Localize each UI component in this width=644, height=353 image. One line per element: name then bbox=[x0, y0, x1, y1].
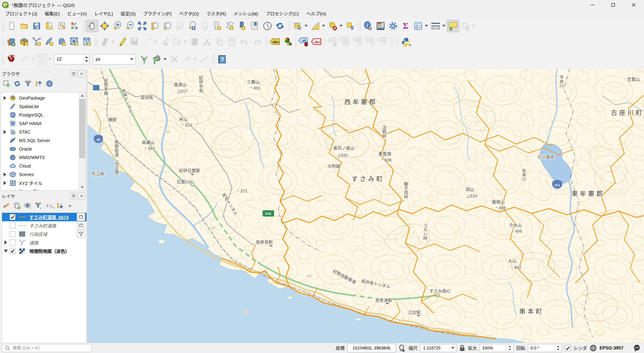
pan-to-selection-button[interactable] bbox=[98, 20, 111, 32]
save-project-button[interactable] bbox=[30, 20, 43, 32]
layer-row-gsi-pale-map[interactable]: 地理院地図（淡色） bbox=[2, 247, 86, 255]
toolbar-grip[interactable] bbox=[1, 36, 4, 48]
new-print-layout-button[interactable] bbox=[43, 20, 56, 32]
browser-item-stac[interactable]: STAC bbox=[1, 128, 86, 136]
close-button[interactable] bbox=[624, 0, 644, 10]
zoom-native-button[interactable]: 1:1 bbox=[174, 20, 186, 32]
render-checkbox[interactable] bbox=[564, 345, 571, 351]
messages-icon[interactable] bbox=[633, 344, 641, 352]
browser-properties-button[interactable]: i bbox=[45, 79, 54, 88]
help-button[interactable]: ? bbox=[216, 53, 228, 66]
maximize-button[interactable] bbox=[603, 0, 624, 10]
menu-help[interactable]: ヘルプ(H) bbox=[302, 10, 330, 18]
pin-unpin-labels-button[interactable]: ab bbox=[326, 36, 339, 48]
browser-item-cloud[interactable]: Cloud bbox=[1, 162, 86, 170]
toolbar-grip[interactable] bbox=[1, 20, 4, 32]
current-edits-dropdown[interactable] bbox=[111, 41, 114, 43]
browser-add-layers-button[interactable] bbox=[2, 79, 11, 88]
browser-scrollbar[interactable] bbox=[79, 92, 86, 190]
add-group-button[interactable] bbox=[12, 201, 22, 210]
move-label-button[interactable]: abc bbox=[352, 36, 364, 48]
scroll-down-button[interactable] bbox=[79, 184, 86, 190]
toolbar-grip[interactable] bbox=[94, 36, 98, 48]
current-edits-button[interactable] bbox=[98, 36, 111, 48]
measure-dropdown[interactable] bbox=[442, 25, 446, 27]
snapping-tolerance-arrows[interactable] bbox=[84, 54, 89, 64]
browser-item-scenes[interactable]: Scenes bbox=[1, 170, 86, 179]
magnifier-arrows[interactable] bbox=[506, 344, 513, 352]
change-label-button[interactable]: abc bbox=[376, 36, 389, 48]
pan-map-button[interactable] bbox=[86, 20, 98, 32]
snapping-type-button[interactable] bbox=[18, 53, 30, 66]
new-mesh-layer-button[interactable] bbox=[68, 36, 80, 48]
toolbar-grip[interactable] bbox=[82, 20, 85, 32]
temporal-controller-button[interactable] bbox=[261, 20, 274, 32]
memory-layer-indicator-icon[interactable] bbox=[77, 213, 85, 221]
toggle-editing-button[interactable] bbox=[116, 36, 128, 48]
statistical-summary-button[interactable]: Σ bbox=[399, 20, 412, 32]
snapping-type-dropdown[interactable] bbox=[31, 58, 34, 60]
digitize-with-segment-button[interactable] bbox=[141, 36, 154, 48]
layer-checkbox[interactable] bbox=[10, 240, 16, 245]
deselect-all-dropdown[interactable] bbox=[340, 25, 342, 27]
style-manager-button[interactable]: a bbox=[68, 20, 80, 32]
menu-processing[interactable]: プロセシング(C) bbox=[262, 10, 302, 18]
layer-checkbox[interactable] bbox=[10, 248, 16, 254]
run-feature-action-dropdown[interactable] bbox=[472, 25, 476, 27]
filter-by-expression-button[interactable]: ε bbox=[45, 201, 54, 210]
layer-row-susami-roads[interactable]: すさみ町道路 bbox=[2, 221, 86, 230]
scale-combo[interactable]: 1:118725 bbox=[420, 344, 456, 352]
layer-styling-button[interactable] bbox=[2, 201, 11, 210]
modify-attributes-button[interactable] bbox=[171, 36, 183, 48]
layer-row-susami-roads-6674[interactable]: すさみ町道路_6674 bbox=[2, 213, 86, 221]
menu-vector[interactable]: ベクタ(O) bbox=[175, 10, 202, 18]
crs-value[interactable]: EPSG:3857 bbox=[600, 345, 624, 350]
redo-button[interactable] bbox=[251, 36, 264, 48]
self-snapping-button[interactable] bbox=[180, 53, 193, 66]
open-project-button[interactable] bbox=[18, 20, 30, 32]
menu-layer[interactable]: レイヤ(L) bbox=[90, 10, 117, 18]
layer-checkbox[interactable] bbox=[10, 214, 16, 220]
snapping-on-intersection-button[interactable] bbox=[150, 53, 163, 66]
browser-item-oracle[interactable]: Oracle bbox=[1, 145, 86, 153]
extents-toggle-icon[interactable] bbox=[398, 344, 406, 352]
data-source-manager-button[interactable] bbox=[5, 36, 18, 48]
self-snapping-dropdown[interactable] bbox=[194, 58, 196, 60]
snapping-settings-button[interactable] bbox=[35, 53, 48, 66]
layer-checkbox[interactable] bbox=[10, 231, 16, 237]
lock-scale-icon[interactable] bbox=[459, 344, 465, 352]
layer-labeling-button[interactable]: abc bbox=[269, 36, 281, 48]
save-layer-edits-button[interactable] bbox=[128, 36, 141, 48]
new-project-button[interactable] bbox=[5, 20, 18, 32]
toolbar-grip[interactable] bbox=[1, 54, 4, 65]
deselect-all-button[interactable] bbox=[326, 20, 339, 32]
enable-tracing-button[interactable] bbox=[198, 53, 210, 66]
collapse-all-layers-button[interactable] bbox=[56, 201, 65, 210]
layers-close-button[interactable] bbox=[78, 193, 85, 199]
toolbar-grip[interactable] bbox=[395, 36, 399, 48]
browser-item-wms[interactable]: WMS/WMTS bbox=[1, 153, 86, 162]
select-features-dropdown[interactable] bbox=[304, 25, 308, 27]
new-3d-map-view-button[interactable] bbox=[224, 20, 236, 32]
zoom-in-button[interactable] bbox=[111, 20, 124, 32]
minimize-button[interactable] bbox=[582, 0, 603, 10]
map-tips-button[interactable] bbox=[447, 20, 459, 32]
attribute-table-dropdown[interactable] bbox=[425, 25, 428, 27]
browser-item-geopackage[interactable]: GeoPackage bbox=[1, 94, 86, 102]
measure-button[interactable] bbox=[429, 20, 442, 32]
select-by-form-dropdown[interactable] bbox=[322, 25, 325, 27]
show-unplaced-labels-button[interactable]: abc bbox=[310, 36, 323, 48]
copy-features-button[interactable] bbox=[213, 36, 226, 48]
map-canvas[interactable]: 42 E42 371 塩津山 △517 紀伊半島 三舞山 ・491 西牟婁郡 見… bbox=[88, 69, 644, 343]
avoid-intersections-button[interactable] bbox=[168, 53, 180, 66]
browser-item-sap-hana[interactable]: SAP HANA bbox=[1, 119, 86, 128]
memory-layer-indicator-icon[interactable] bbox=[77, 221, 85, 229]
scrollbar-thumb[interactable] bbox=[80, 99, 85, 158]
toolbar-grip[interactable] bbox=[287, 20, 291, 32]
browser-filter-button[interactable] bbox=[23, 79, 33, 88]
toolbar-grip[interactable] bbox=[390, 36, 394, 48]
rotate-label-button[interactable]: abc bbox=[364, 36, 376, 48]
menu-edit[interactable]: 編集(E) bbox=[41, 10, 64, 18]
new-geopackage-layer-button[interactable] bbox=[18, 36, 30, 48]
browser-item-mssql[interactable]: MS SQL Server bbox=[1, 136, 86, 145]
